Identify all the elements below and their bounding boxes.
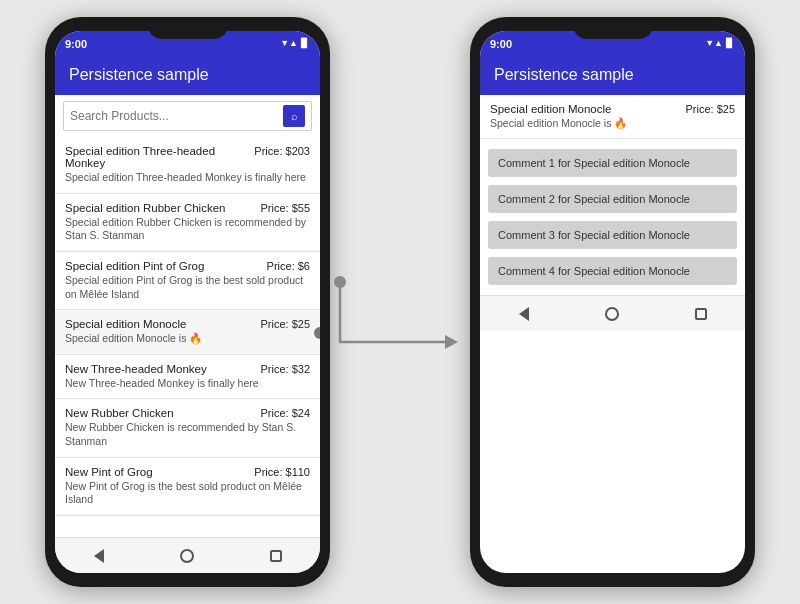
home-button[interactable]	[177, 546, 197, 566]
product-item[interactable]: Special edition MonoclePrice: $25Special…	[55, 310, 320, 355]
right-phone: 9:00 ▼▲ ▉ Persistence sample Special edi…	[470, 17, 755, 587]
product-price: Price: $32	[260, 363, 310, 375]
left-status-time: 9:00	[65, 38, 87, 50]
product-description: New Pint of Grog is the best sold produc…	[65, 480, 310, 507]
product-description: Special edition Monocle is 🔥	[65, 332, 310, 346]
left-app-title: Persistence sample	[69, 66, 209, 84]
product-name: Special edition Three-headed Monkey	[65, 145, 250, 169]
product-item[interactable]: Special edition Three-headed MonkeyPrice…	[55, 137, 320, 194]
detail-product-desc: Special edition Monocle is 🔥	[490, 117, 735, 130]
recents-button[interactable]	[266, 546, 286, 566]
product-description: New Rubber Chicken is recommended by Sta…	[65, 421, 310, 448]
product-item[interactable]: New Pint of GrogPrice: $110New Pint of G…	[55, 458, 320, 516]
product-item[interactable]: Special edition Pint of GrogPrice: $6Spe…	[55, 252, 320, 310]
right-status-time: 9:00	[490, 38, 512, 50]
right-battery-icon: ▉	[726, 38, 733, 48]
right-wifi-icon: ▼▲	[705, 38, 723, 48]
product-item[interactable]: Special edition Rubber ChickenPrice: $55…	[55, 194, 320, 252]
product-name: New Three-headed Monkey	[65, 363, 256, 375]
product-description: Special edition Pint of Grog is the best…	[65, 274, 310, 301]
product-name: Special edition Monocle	[65, 318, 256, 330]
product-description: Special edition Three-headed Monkey is f…	[65, 171, 310, 185]
comment-item[interactable]: Comment 3 for Special edition Monocle	[488, 221, 737, 249]
product-price: Price: $55	[260, 202, 310, 214]
product-price: Price: $24	[260, 407, 310, 419]
search-button[interactable]: ⌕	[283, 105, 305, 127]
right-app-title: Persistence sample	[494, 66, 634, 84]
product-name: New Rubber Chicken	[65, 407, 256, 419]
arrow-container	[330, 242, 460, 362]
product-description: Special edition Rubber Chicken is recomm…	[65, 216, 310, 243]
product-description: New Three-headed Monkey is finally here	[65, 377, 310, 391]
right-home-button[interactable]	[602, 304, 622, 324]
scene: 9:00 ▼▲ ▉ Persistence sample ⌕ Special e…	[0, 0, 800, 604]
right-status-icons: ▼▲ ▉	[705, 38, 733, 48]
svg-point-1	[334, 276, 346, 288]
product-item[interactable]: New Rubber ChickenPrice: $24New Rubber C…	[55, 399, 320, 457]
product-list: Special edition Three-headed MonkeyPrice…	[55, 137, 320, 537]
right-recents-button[interactable]	[691, 304, 711, 324]
product-price: Price: $203	[254, 145, 310, 157]
left-phone: 9:00 ▼▲ ▉ Persistence sample ⌕ Special e…	[45, 17, 330, 587]
svg-marker-0	[445, 335, 458, 349]
detail-product-name: Special edition Monocle	[490, 103, 611, 115]
search-input[interactable]	[70, 109, 283, 123]
product-price: Price: $6	[267, 260, 310, 272]
wifi-icon: ▼▲	[280, 38, 298, 48]
comment-item[interactable]: Comment 1 for Special edition Monocle	[488, 149, 737, 177]
product-name: New Pint of Grog	[65, 466, 250, 478]
detail-product-row: Special edition Monocle Price: $25	[490, 103, 735, 115]
search-bar[interactable]: ⌕	[63, 101, 312, 131]
navigation-arrow	[330, 242, 460, 362]
battery-icon: ▉	[301, 38, 308, 48]
product-item[interactable]: New Three-headed MonkeyPrice: $32New Thr…	[55, 355, 320, 400]
product-price: Price: $110	[254, 466, 310, 478]
back-button[interactable]	[89, 546, 109, 566]
product-price: Price: $25	[260, 318, 310, 330]
right-app-bar: Persistence sample	[480, 55, 745, 95]
comment-item[interactable]: Comment 2 for Special edition Monocle	[488, 185, 737, 213]
right-bottom-nav	[480, 295, 745, 331]
left-notch	[148, 17, 228, 39]
detail-product-header: Special edition Monocle Price: $25 Speci…	[480, 95, 745, 139]
left-bottom-nav	[55, 537, 320, 573]
right-back-button[interactable]	[514, 304, 534, 324]
left-app-bar: Persistence sample	[55, 55, 320, 95]
left-screen: 9:00 ▼▲ ▉ Persistence sample ⌕ Special e…	[55, 31, 320, 573]
detail-product-price: Price: $25	[685, 103, 735, 115]
right-screen: 9:00 ▼▲ ▉ Persistence sample Special edi…	[480, 31, 745, 573]
product-name: Special edition Pint of Grog	[65, 260, 263, 272]
comment-item[interactable]: Comment 4 for Special edition Monocle	[488, 257, 737, 285]
comments-list: Comment 1 for Special edition MonocleCom…	[480, 139, 745, 295]
left-status-icons: ▼▲ ▉	[280, 38, 308, 48]
search-icon: ⌕	[291, 110, 298, 122]
selection-dot	[314, 327, 320, 339]
right-notch	[573, 17, 653, 39]
product-name: Special edition Rubber Chicken	[65, 202, 256, 214]
